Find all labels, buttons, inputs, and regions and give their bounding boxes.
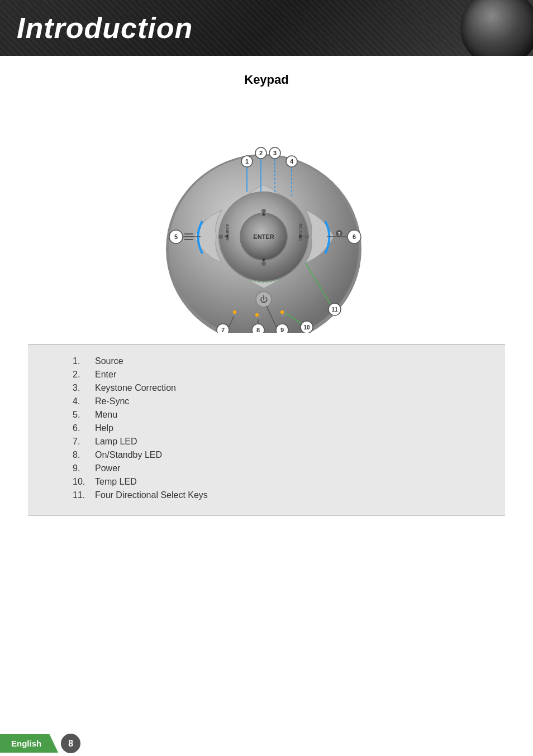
list-item: 8.On/Standby LED: [73, 450, 460, 460]
svg-text:⏻: ⏻: [260, 295, 268, 304]
diagram-container: ENTER ▲ ▼ SOURCE ◄ RE-SYNC ►: [99, 98, 434, 333]
page-number: 8: [61, 734, 80, 753]
item-label: Lamp LED: [95, 437, 137, 447]
item-number: 6.: [73, 423, 89, 433]
page-footer: English 8: [0, 731, 533, 756]
item-number: 8.: [73, 450, 89, 460]
svg-text:2: 2: [259, 150, 263, 156]
svg-text:ENTER: ENTER: [253, 233, 274, 240]
svg-point-20: [255, 313, 259, 317]
item-number: 5.: [73, 410, 89, 420]
keypad-svg: ENTER ▲ ▼ SOURCE ◄ RE-SYNC ►: [99, 98, 434, 333]
item-label: Source: [95, 356, 123, 366]
list-item: 10.Temp LED: [73, 477, 460, 487]
item-number: 11.: [73, 490, 89, 500]
item-number: 3.: [73, 383, 89, 393]
svg-text:10: 10: [303, 324, 310, 331]
item-number: 9.: [73, 463, 89, 473]
svg-text:8: 8: [256, 327, 260, 333]
item-label: Four Directional Select Keys: [95, 490, 208, 500]
item-number: 7.: [73, 437, 89, 447]
item-number: 2.: [73, 370, 89, 380]
svg-point-14: [304, 235, 309, 239]
svg-text:►: ►: [298, 233, 304, 239]
list-item: 7.Lamp LED: [73, 437, 460, 447]
language-label: English: [0, 734, 58, 753]
svg-text:?: ?: [337, 231, 341, 237]
page-title: Introduction: [17, 11, 193, 45]
list-item: 5.Menu: [73, 410, 460, 420]
svg-point-12: [261, 261, 266, 266]
lens-decoration: [460, 0, 533, 56]
svg-point-22: [280, 310, 284, 314]
svg-text:7: 7: [221, 327, 225, 333]
list-item: 1.Source: [73, 356, 460, 366]
keypad-diagram: ENTER ▲ ▼ SOURCE ◄ RE-SYNC ►: [28, 98, 505, 333]
item-label: Enter: [95, 370, 116, 380]
svg-text:1: 1: [245, 158, 249, 165]
item-label: Keystone Correction: [95, 383, 176, 393]
item-number: 4.: [73, 396, 89, 406]
item-number: 1.: [73, 356, 89, 366]
item-label: Re-Sync: [95, 396, 129, 406]
items-list: 1.Source2.Enter3.Keystone Correction4.Re…: [73, 356, 460, 504]
svg-text:5: 5: [174, 233, 178, 240]
list-item: 9.Power: [73, 463, 460, 473]
svg-rect-38: [184, 233, 193, 235]
list-item: 6.Help: [73, 423, 460, 433]
svg-text:6: 6: [353, 233, 356, 240]
page-header: Introduction: [0, 0, 533, 56]
item-number: 10.: [73, 477, 89, 487]
svg-rect-39: [184, 236, 193, 237]
svg-text:11: 11: [331, 307, 338, 313]
list-item: 4.Re-Sync: [73, 396, 460, 406]
svg-point-11: [261, 209, 266, 213]
item-label: Menu: [95, 410, 117, 420]
item-label: On/Standby LED: [95, 450, 162, 460]
item-label: Power: [95, 463, 120, 473]
svg-text:◄: ◄: [223, 233, 229, 239]
svg-rect-40: [184, 239, 193, 240]
svg-text:9: 9: [280, 327, 284, 333]
description-area: 1.Source2.Enter3.Keystone Correction4.Re…: [28, 344, 505, 516]
list-item: 11.Four Directional Select Keys: [73, 490, 460, 500]
section-title: Keypad: [28, 73, 505, 87]
list-item: 3.Keystone Correction: [73, 383, 460, 393]
svg-text:3: 3: [273, 150, 277, 156]
svg-point-18: [233, 310, 236, 314]
list-item: 2.Enter: [73, 370, 460, 380]
item-label: Temp LED: [95, 477, 137, 487]
svg-point-13: [218, 235, 223, 239]
svg-text:4: 4: [290, 158, 294, 165]
header-image: [460, 0, 533, 56]
main-content: Keypad: [0, 56, 533, 544]
item-label: Help: [95, 423, 113, 433]
